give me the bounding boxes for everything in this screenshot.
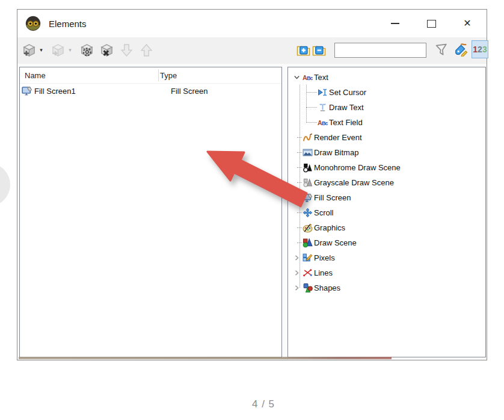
- tag-edit-icon: [454, 43, 468, 57]
- tree-item-label: Draw Bitmap: [314, 148, 358, 157]
- tree-item-grayscale-draw-scene[interactable]: Grayscale Draw Scene: [288, 175, 485, 190]
- text-icon: ABc: [303, 72, 313, 82]
- tree-item-shapes[interactable]: Shapes: [288, 280, 485, 295]
- tree-guide-stub: [306, 107, 317, 108]
- tree-item-render-event[interactable]: Render Event: [288, 130, 485, 145]
- render-event-icon: [303, 132, 313, 143]
- tree-item-graphics[interactable]: Graphics: [288, 220, 485, 235]
- tree-item-monohrome-draw-scene[interactable]: Monohrome Draw Scene: [288, 160, 485, 175]
- element-type: Fill Screen: [167, 87, 207, 96]
- title-bar[interactable]: Elements ✕: [17, 10, 487, 37]
- tree-item-label: Grayscale Draw Scene: [314, 178, 394, 187]
- draw-bitmap-icon: [303, 147, 313, 158]
- add-child-element-button-dropdown[interactable]: ▾: [66, 47, 74, 53]
- tree-item-scroll[interactable]: Scroll: [288, 205, 485, 220]
- tree-guide-stub: [306, 92, 317, 93]
- tree-item-text[interactable]: ABcText: [288, 70, 485, 85]
- tree-item-label: Draw Scene: [314, 238, 357, 247]
- chevron-right-icon[interactable]: [291, 268, 302, 278]
- elements-window: Elements ✕ ▾▾ 123: [17, 9, 487, 360]
- column-header-type[interactable]: Type: [156, 71, 177, 80]
- graphics-icon: [303, 223, 313, 233]
- search-input[interactable]: [334, 43, 426, 58]
- chevron-right-icon[interactable]: [291, 283, 302, 293]
- tree-guide-stub: [297, 167, 302, 168]
- slide-canvas: Elements ✕ ▾▾ 123: [0, 0, 504, 420]
- tree-guide-stub: [297, 212, 302, 213]
- add-child-element-button[interactable]: [50, 41, 66, 59]
- tree-item-draw-text[interactable]: Draw Text: [288, 100, 485, 115]
- numbers-digit: 1: [473, 45, 478, 54]
- close-icon: ✕: [463, 19, 471, 28]
- draw-scene-icon: [303, 238, 313, 248]
- tree-item-pixels[interactable]: Pixels: [288, 250, 485, 265]
- column-separator[interactable]: [158, 69, 159, 81]
- collapse-all-icon: [312, 43, 326, 57]
- numbers-toggle-button[interactable]: 123: [472, 40, 488, 58]
- minimize-icon: [391, 23, 399, 24]
- tree-guide-stub: [297, 227, 302, 228]
- tree-item-draw-scene[interactable]: Draw Scene: [288, 235, 485, 250]
- list-row[interactable]: Fill Screen1Fill Screen: [20, 84, 281, 98]
- add-element-button[interactable]: [21, 41, 37, 59]
- toolbar-left-group: ▾▾: [21, 41, 155, 59]
- tree-item-label: Scroll: [314, 208, 334, 217]
- tree-item-set-cursor[interactable]: Set Cursor: [288, 85, 485, 100]
- palette-tree: ABcTextSet CursorDraw TextABcText FieldR…: [288, 67, 485, 295]
- numbers-digit: 2: [478, 45, 482, 54]
- edit-element-button[interactable]: [79, 41, 95, 59]
- tree-item-label: Text: [314, 73, 328, 82]
- list-header: Name Type: [20, 67, 281, 84]
- tree-item-label: Draw Text: [329, 103, 364, 112]
- minimize-button[interactable]: [377, 10, 413, 37]
- tree-item-draw-bitmap[interactable]: Draw Bitmap: [288, 145, 485, 160]
- draw-text-icon: [318, 102, 328, 113]
- add-element-button-dropdown[interactable]: ▾: [37, 47, 45, 53]
- column-header-name[interactable]: Name: [20, 71, 156, 80]
- tree-guide-stub: [297, 152, 302, 153]
- monochrome-draw-scene-icon: [303, 162, 313, 173]
- tree-item-label: Graphics: [314, 223, 345, 232]
- collapse-all-button[interactable]: [312, 42, 326, 57]
- tree-item-lines[interactable]: Lines: [288, 265, 485, 280]
- element-name: Fill Screen1: [34, 87, 167, 96]
- tree-item-label: Set Cursor: [329, 88, 366, 97]
- cube-gear-icon: [80, 43, 94, 57]
- fill-screen-icon: [22, 85, 32, 96]
- expand-all-button[interactable]: [296, 42, 310, 57]
- palette-tree-panel: ABcTextSet CursorDraw TextABcText FieldR…: [287, 67, 486, 357]
- maximize-button[interactable]: [413, 10, 449, 37]
- cube-add-icon: [22, 43, 36, 57]
- cube-child-icon: [51, 43, 65, 57]
- svg-text:c: c: [325, 120, 328, 126]
- pixels-icon: [303, 253, 313, 263]
- prev-slide-button[interactable]: [0, 163, 10, 206]
- tree-item-label: Fill Screen: [314, 193, 351, 202]
- close-button[interactable]: ✕: [449, 10, 485, 37]
- tree-item-label: Lines: [314, 268, 333, 277]
- grayscale-draw-scene-icon: [303, 178, 313, 188]
- toolbar: ▾▾ 123: [17, 37, 487, 64]
- arrow-down-icon: [120, 43, 134, 57]
- video-artifact-strip: [19, 357, 392, 359]
- cube-delete-icon: [100, 43, 114, 57]
- maximize-icon: [427, 20, 436, 28]
- tree-guide-stub: [297, 197, 302, 198]
- move-up-button[interactable]: [138, 41, 155, 59]
- filter-button[interactable]: [434, 42, 448, 57]
- text-field-icon: ABc: [318, 117, 328, 128]
- move-down-button[interactable]: [118, 41, 135, 59]
- tree-item-fill-screen[interactable]: Fill Screen: [288, 190, 485, 205]
- tree-guide-stub: [306, 122, 317, 123]
- chevron-right-icon[interactable]: [291, 253, 302, 263]
- tree-item-label: Monohrome Draw Scene: [314, 163, 401, 172]
- expand-all-icon: [297, 43, 310, 57]
- tag-edit-button[interactable]: [453, 42, 468, 57]
- tree-item-label: Pixels: [314, 253, 335, 262]
- tree-item-text-field[interactable]: ABcText Field: [288, 115, 485, 130]
- chevron-down-icon[interactable]: [291, 73, 302, 82]
- tree-guide-stub: [297, 242, 302, 243]
- delete-element-button[interactable]: [99, 41, 115, 59]
- tree-item-label: Shapes: [314, 283, 340, 292]
- fill-screen-icon: [303, 193, 313, 203]
